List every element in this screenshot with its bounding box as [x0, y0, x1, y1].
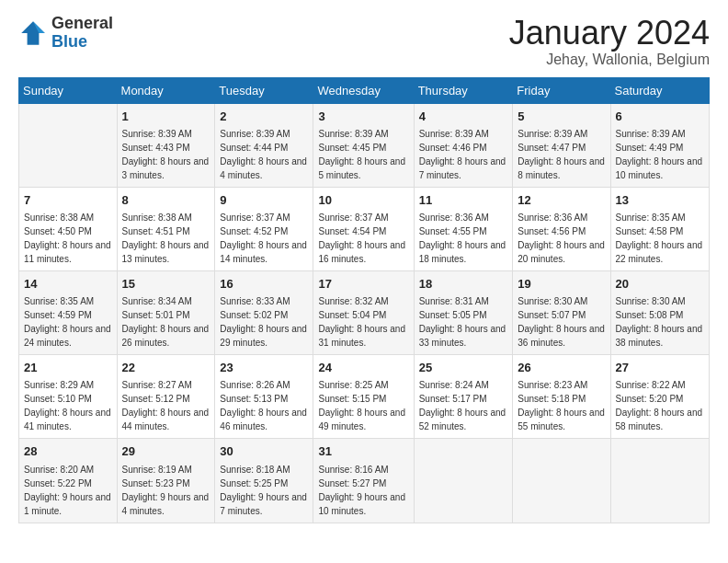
header-saturday: Saturday — [610, 77, 709, 103]
day-number: 15 — [122, 276, 210, 293]
calendar-body: 1Sunrise: 8:39 AM Sunset: 4:43 PM Daylig… — [19, 103, 710, 523]
calendar-page: General Blue January 2024 Jehay, Walloni… — [0, 0, 728, 563]
day-info: Sunrise: 8:20 AM Sunset: 5:22 PM Dayligh… — [24, 463, 112, 518]
table-row: 17Sunrise: 8:32 AM Sunset: 5:04 PM Dayli… — [313, 270, 414, 354]
logo-text: General Blue — [51, 15, 113, 52]
day-number: 17 — [318, 276, 408, 293]
day-info: Sunrise: 8:39 AM Sunset: 4:45 PM Dayligh… — [318, 127, 408, 182]
header-row: Sunday Monday Tuesday Wednesday Thursday… — [19, 77, 710, 103]
header-thursday: Thursday — [414, 77, 513, 103]
day-number: 1 — [122, 109, 210, 125]
day-number: 6 — [616, 109, 704, 125]
header-tuesday: Tuesday — [215, 77, 313, 103]
calendar-week-row: 7Sunrise: 8:38 AM Sunset: 4:50 PM Daylig… — [19, 187, 710, 270]
day-info: Sunrise: 8:24 AM Sunset: 5:17 PM Dayligh… — [419, 378, 508, 433]
table-row: 10Sunrise: 8:37 AM Sunset: 4:54 PM Dayli… — [313, 187, 414, 270]
day-number: 2 — [220, 109, 308, 125]
day-number: 22 — [122, 360, 210, 376]
day-info: Sunrise: 8:32 AM Sunset: 5:04 PM Dayligh… — [318, 294, 408, 350]
day-number: 20 — [616, 276, 704, 293]
day-info: Sunrise: 8:27 AM Sunset: 5:12 PM Dayligh… — [122, 378, 210, 433]
page-header: General Blue January 2024 Jehay, Walloni… — [18, 15, 710, 68]
table-row: 22Sunrise: 8:27 AM Sunset: 5:12 PM Dayli… — [117, 355, 215, 439]
calendar-header: Sunday Monday Tuesday Wednesday Thursday… — [19, 77, 710, 103]
table-row: 9Sunrise: 8:37 AM Sunset: 4:52 PM Daylig… — [215, 187, 313, 270]
day-number: 11 — [419, 192, 508, 209]
table-row: 19Sunrise: 8:30 AM Sunset: 5:07 PM Dayli… — [513, 270, 610, 354]
day-info: Sunrise: 8:39 AM Sunset: 4:47 PM Dayligh… — [518, 127, 605, 182]
calendar-week-row: 1Sunrise: 8:39 AM Sunset: 4:43 PM Daylig… — [19, 103, 710, 187]
table-row: 18Sunrise: 8:31 AM Sunset: 5:05 PM Dayli… — [414, 270, 513, 354]
day-info: Sunrise: 8:34 AM Sunset: 5:01 PM Dayligh… — [122, 294, 210, 350]
table-row: 5Sunrise: 8:39 AM Sunset: 4:47 PM Daylig… — [513, 103, 610, 187]
table-row — [19, 103, 118, 187]
month-title: January 2024 — [509, 15, 710, 52]
day-info: Sunrise: 8:25 AM Sunset: 5:15 PM Dayligh… — [318, 378, 408, 433]
calendar-week-row: 28Sunrise: 8:20 AM Sunset: 5:22 PM Dayli… — [19, 439, 710, 523]
table-row: 2Sunrise: 8:39 AM Sunset: 4:44 PM Daylig… — [215, 103, 313, 187]
day-number: 8 — [122, 192, 210, 209]
table-row: 6Sunrise: 8:39 AM Sunset: 4:49 PM Daylig… — [610, 103, 709, 187]
title-block: January 2024 Jehay, Wallonia, Belgium — [509, 15, 710, 68]
day-number: 31 — [318, 443, 408, 460]
day-info: Sunrise: 8:31 AM Sunset: 5:05 PM Dayligh… — [419, 294, 508, 350]
day-info: Sunrise: 8:29 AM Sunset: 5:10 PM Dayligh… — [24, 378, 112, 433]
day-info: Sunrise: 8:37 AM Sunset: 4:52 PM Dayligh… — [220, 211, 308, 266]
day-info: Sunrise: 8:39 AM Sunset: 4:46 PM Dayligh… — [419, 127, 508, 182]
table-row: 31Sunrise: 8:16 AM Sunset: 5:27 PM Dayli… — [313, 439, 414, 523]
day-info: Sunrise: 8:36 AM Sunset: 4:56 PM Dayligh… — [518, 211, 605, 266]
day-info: Sunrise: 8:35 AM Sunset: 4:59 PM Dayligh… — [24, 294, 112, 350]
day-info: Sunrise: 8:39 AM Sunset: 4:43 PM Dayligh… — [122, 127, 210, 182]
day-number: 4 — [419, 109, 508, 125]
calendar-week-row: 14Sunrise: 8:35 AM Sunset: 4:59 PM Dayli… — [19, 270, 710, 354]
table-row: 26Sunrise: 8:23 AM Sunset: 5:18 PM Dayli… — [513, 355, 610, 439]
day-number: 7 — [24, 192, 112, 209]
logo-icon — [18, 18, 48, 48]
header-wednesday: Wednesday — [313, 77, 414, 103]
table-row: 12Sunrise: 8:36 AM Sunset: 4:56 PM Dayli… — [513, 187, 610, 270]
day-info: Sunrise: 8:33 AM Sunset: 5:02 PM Dayligh… — [220, 294, 308, 350]
table-row — [513, 439, 610, 523]
table-row: 30Sunrise: 8:18 AM Sunset: 5:25 PM Dayli… — [215, 439, 313, 523]
day-number: 28 — [24, 443, 112, 460]
day-number: 24 — [318, 360, 408, 376]
day-number: 29 — [122, 443, 210, 460]
day-number: 3 — [318, 109, 408, 125]
day-info: Sunrise: 8:38 AM Sunset: 4:51 PM Dayligh… — [122, 211, 210, 266]
table-row: 29Sunrise: 8:19 AM Sunset: 5:23 PM Dayli… — [117, 439, 215, 523]
day-info: Sunrise: 8:30 AM Sunset: 5:07 PM Dayligh… — [518, 294, 605, 350]
table-row: 14Sunrise: 8:35 AM Sunset: 4:59 PM Dayli… — [19, 270, 118, 354]
table-row: 1Sunrise: 8:39 AM Sunset: 4:43 PM Daylig… — [117, 103, 215, 187]
day-number: 27 — [616, 360, 704, 376]
table-row: 24Sunrise: 8:25 AM Sunset: 5:15 PM Dayli… — [313, 355, 414, 439]
day-number: 9 — [220, 192, 308, 209]
table-row: 4Sunrise: 8:39 AM Sunset: 4:46 PM Daylig… — [414, 103, 513, 187]
day-info: Sunrise: 8:35 AM Sunset: 4:58 PM Dayligh… — [616, 211, 704, 266]
header-friday: Friday — [513, 77, 610, 103]
day-info: Sunrise: 8:30 AM Sunset: 5:08 PM Dayligh… — [616, 294, 704, 350]
logo-general: General — [51, 15, 113, 33]
header-sunday: Sunday — [19, 77, 118, 103]
table-row: 21Sunrise: 8:29 AM Sunset: 5:10 PM Dayli… — [19, 355, 118, 439]
table-row: 13Sunrise: 8:35 AM Sunset: 4:58 PM Dayli… — [610, 187, 709, 270]
day-number: 16 — [220, 276, 308, 293]
table-row — [610, 439, 709, 523]
location-subtitle: Jehay, Wallonia, Belgium — [509, 52, 710, 68]
table-row: 3Sunrise: 8:39 AM Sunset: 4:45 PM Daylig… — [313, 103, 414, 187]
day-info: Sunrise: 8:19 AM Sunset: 5:23 PM Dayligh… — [122, 463, 210, 518]
table-row: 7Sunrise: 8:38 AM Sunset: 4:50 PM Daylig… — [19, 187, 118, 270]
day-info: Sunrise: 8:39 AM Sunset: 4:49 PM Dayligh… — [616, 127, 704, 182]
day-number: 18 — [419, 276, 508, 293]
table-row: 11Sunrise: 8:36 AM Sunset: 4:55 PM Dayli… — [414, 187, 513, 270]
day-info: Sunrise: 8:18 AM Sunset: 5:25 PM Dayligh… — [220, 463, 308, 518]
calendar-week-row: 21Sunrise: 8:29 AM Sunset: 5:10 PM Dayli… — [19, 355, 710, 439]
calendar-table: Sunday Monday Tuesday Wednesday Thursday… — [18, 77, 710, 523]
day-number: 14 — [24, 276, 112, 293]
day-number: 26 — [518, 360, 605, 376]
day-info: Sunrise: 8:22 AM Sunset: 5:20 PM Dayligh… — [616, 378, 704, 433]
logo: General Blue — [18, 15, 113, 52]
day-number: 12 — [518, 192, 605, 209]
day-info: Sunrise: 8:26 AM Sunset: 5:13 PM Dayligh… — [220, 378, 308, 433]
logo-blue: Blue — [51, 33, 113, 52]
day-number: 5 — [518, 109, 605, 125]
